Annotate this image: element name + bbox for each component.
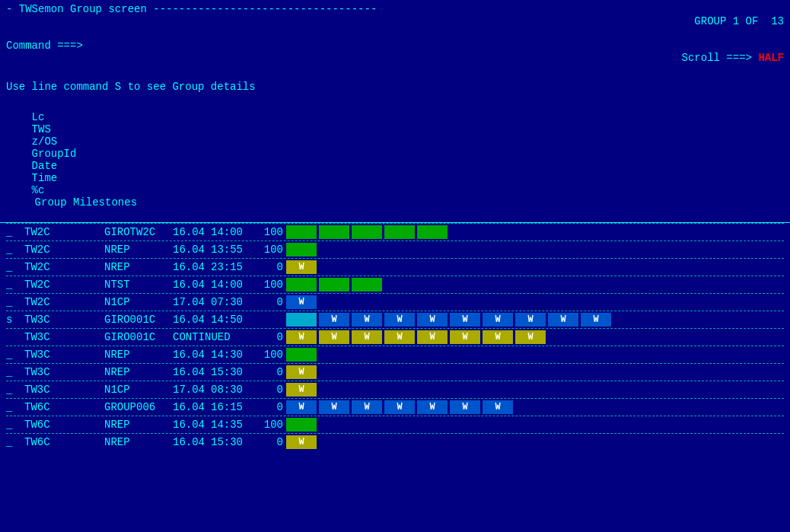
header-line2: Command ===> Scroll ===> HALF (0, 40, 790, 76)
table-row: _TW2CN1CP17.0407:300W (0, 294, 790, 311)
row-groupid: N1CP (104, 384, 173, 396)
milestone-w-yellow: W (286, 383, 317, 397)
row-time: 08:30 (211, 384, 253, 396)
milestone-w-yellow: W (319, 330, 349, 344)
row-lc[interactable]: _ (6, 401, 24, 413)
row-milestones (283, 278, 382, 291)
col-pc: %c (32, 184, 62, 196)
row-time: 14:00 (211, 279, 253, 291)
row-lc[interactable]: _ (6, 419, 24, 431)
row-lc[interactable]: _ (6, 244, 24, 256)
row-lc[interactable]: s (6, 314, 24, 326)
row-date: 16.04 (173, 244, 211, 256)
milestone-w-yellow: W (352, 330, 382, 344)
col-time: Time (32, 172, 74, 184)
table-row: _TW3CNREP16.0414:30100 (0, 346, 790, 363)
row-pc: 100 (253, 226, 283, 238)
row-time: 13:55 (211, 244, 253, 256)
col-milestones: Group Milestones (32, 196, 137, 209)
table-row: _TW6CGROUP00616.0416:150WWWWWWW (0, 399, 790, 416)
milestone-cyan (286, 313, 317, 327)
row-pc: 100 (253, 279, 283, 291)
milestone-green (286, 418, 317, 432)
row-date: 16.04 (173, 279, 211, 291)
col-tws: TWS (32, 123, 74, 135)
row-pc: 0 (253, 384, 283, 396)
row-tws: TW2C (24, 226, 66, 238)
row-tws: TW2C (24, 244, 66, 256)
row-pc: 100 (253, 419, 283, 431)
row-lc[interactable]: _ (6, 436, 24, 448)
milestone-w-blue: W (483, 313, 513, 327)
row-groupid: N1CP (104, 296, 173, 308)
row-pc: 0 (253, 261, 283, 273)
row-tws: TW3C (24, 384, 66, 396)
row-groupid: NREP (104, 436, 173, 448)
table-row: _TW3CNREP16.0415:300W (0, 364, 790, 381)
main-screen: - TWSemon Group screen -----------------… (0, 0, 790, 532)
row-milestones: W (283, 383, 317, 397)
row-pc: 0 (253, 436, 283, 448)
milestone-w-yellow: W (515, 330, 546, 344)
milestone-green (352, 225, 382, 239)
info-line: Use line command S to see Group details (0, 76, 790, 97)
row-lc[interactable]: _ (6, 384, 24, 396)
row-milestones: W (283, 435, 317, 449)
table-row: _TW2CGIROTW2C16.0414:00100 (0, 224, 790, 241)
milestone-w-blue: W (352, 400, 382, 414)
milestone-green (286, 278, 317, 291)
row-groupid: GIRO001C (104, 314, 173, 326)
row-groupid: NREP (104, 244, 173, 256)
column-headers: Lc TWS z/OS GroupId Date Time %c Group M… (0, 97, 790, 223)
row-milestones (283, 418, 317, 432)
row-lc[interactable]: _ (6, 279, 24, 291)
row-tws: TW6C (24, 401, 66, 413)
row-milestones (283, 225, 448, 239)
milestone-green (417, 225, 448, 239)
row-groupid: NREP (104, 366, 173, 378)
table-row: sTW3CGIRO001C16.0414:50WWWWWWWWW (0, 311, 790, 328)
row-lc[interactable]: _ (6, 366, 24, 378)
milestone-w-blue: W (384, 400, 415, 414)
row-groupid: NTST (104, 279, 173, 291)
milestone-w-blue: W (319, 400, 349, 414)
milestone-w-blue: W (417, 400, 448, 414)
scroll-label: Scroll ===> (682, 52, 752, 64)
row-pc: 0 (253, 366, 283, 378)
milestone-w-blue: W (384, 313, 415, 327)
row-tws: TW6C (24, 436, 66, 448)
group-info: GROUP 1 OF 13 (656, 3, 784, 40)
milestone-w-yellow: W (450, 330, 480, 344)
col-lc: Lc (32, 111, 50, 123)
row-date: 16.04 (173, 314, 211, 326)
row-lc[interactable]: _ (6, 296, 24, 308)
row-milestones (283, 243, 317, 256)
milestone-w-yellow: W (286, 435, 317, 449)
milestone-w-blue: W (352, 313, 382, 327)
milestone-w-yellow: W (483, 330, 513, 344)
row-tws: TW3C (24, 314, 66, 326)
milestone-w-blue: W (286, 400, 317, 414)
scroll-value: HALF (758, 52, 784, 64)
milestone-green (319, 225, 349, 239)
row-lc[interactable]: _ (6, 226, 24, 238)
milestone-w-blue: W (286, 295, 317, 309)
row-tws: TW3C (24, 349, 66, 361)
milestone-w-yellow: W (286, 260, 317, 274)
row-groupid: NREP (104, 349, 173, 361)
row-date: 16.04 (173, 419, 211, 431)
row-time: 14:30 (211, 349, 253, 361)
row-time: 16:15 (211, 401, 253, 413)
row-tws: TW3C (24, 366, 66, 378)
row-tws: TW2C (24, 279, 66, 291)
row-tws: TW2C (24, 296, 66, 308)
row-lc[interactable]: _ (6, 349, 24, 361)
row-milestones: W (283, 260, 317, 274)
table-row: _TW2CNREP16.0423:150W (0, 259, 790, 276)
col-zos: z/OS (32, 135, 70, 148)
milestone-w-blue: W (319, 313, 349, 327)
row-time: 14:35 (211, 419, 253, 431)
milestone-green (352, 278, 382, 291)
milestone-green (286, 348, 317, 362)
row-lc[interactable]: _ (6, 261, 24, 273)
